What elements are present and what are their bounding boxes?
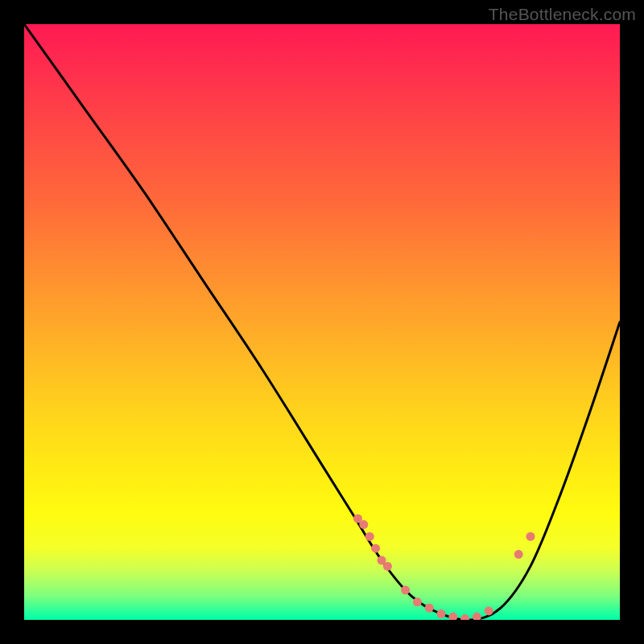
curve-layer (24, 24, 620, 620)
marker-dot (485, 606, 493, 615)
marker-dot (401, 586, 410, 595)
plot-area (24, 24, 620, 620)
marker-dot (383, 562, 392, 571)
marker-dot (413, 597, 422, 606)
marker-dot (437, 609, 446, 618)
marker-dot (514, 550, 523, 559)
marker-dot (526, 532, 535, 541)
marker-dot (473, 613, 481, 620)
bottleneck-line (24, 24, 620, 620)
marker-group (353, 514, 535, 620)
marker-dot (460, 614, 469, 620)
marker-dot (371, 544, 380, 553)
chart-stage: TheBottleneck.com (0, 0, 644, 644)
marker-dot (365, 532, 374, 541)
marker-dot (425, 604, 434, 613)
marker-dot (359, 520, 368, 529)
marker-dot (448, 613, 457, 620)
attribution-text: TheBottleneck.com (489, 5, 636, 24)
